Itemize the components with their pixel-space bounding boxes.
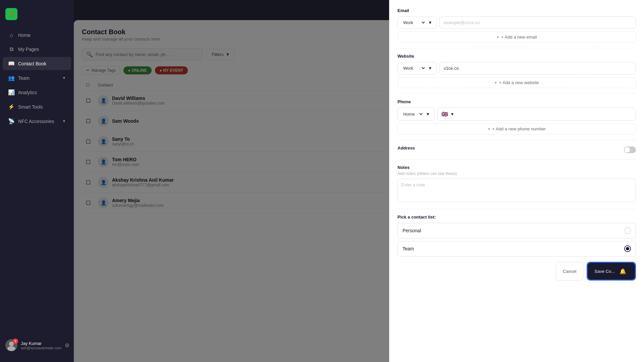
user-info: Jay Kumar ash@synxautomate.com [21, 341, 61, 350]
sidebar-item-analytics[interactable]: 📊 Analytics [3, 86, 71, 99]
website-input[interactable] [439, 62, 636, 74]
settings-icon[interactable]: ⚙ [65, 342, 69, 349]
notes-label: Notes [397, 165, 636, 170]
sidebar-item-team[interactable]: 👥 Team ▼ [3, 71, 71, 84]
add-phone-button[interactable]: + + Add a new phone number [397, 123, 636, 134]
divider [397, 48, 636, 48]
email-type-select[interactable]: Work Personal Home ▼ [397, 16, 437, 29]
chevron-icon: ▼ [428, 20, 432, 25]
contact-book-icon: 📖 [8, 60, 15, 67]
website-type-select[interactable]: Work Personal ▼ [397, 62, 437, 74]
address-section-label: Address [397, 145, 415, 150]
phone-type-dropdown[interactable]: Home Work Mobile [402, 111, 424, 117]
panel-footer: Cancel Save Co... 🔔 [397, 262, 636, 281]
phone-type-select[interactable]: Home Work Mobile ▼ [397, 108, 434, 121]
home-icon: ⌂ [8, 32, 15, 38]
user-name: Jay Kumar [21, 341, 61, 346]
sidebar-item-nfc-accessories[interactable]: 📡 NFC Accessories ▼ [3, 115, 71, 128]
add-email-button[interactable]: + + Add a new email [397, 32, 636, 43]
flag-icon: 🇬🇧 [441, 111, 448, 117]
email-field-row: Work Personal Home ▼ [397, 16, 636, 29]
notes-textarea[interactable] [397, 179, 636, 202]
app-logo: 🌿 [5, 8, 17, 20]
list-option-name: Team [402, 246, 414, 251]
contact-list-label: Pick a contact list: [397, 215, 636, 220]
flag-dropdown-arrow: ▼ [450, 112, 454, 117]
divider [397, 209, 636, 209]
plus-icon: + [496, 35, 499, 40]
contact-list-option-personal[interactable]: Personal [397, 223, 636, 238]
cancel-button[interactable]: Cancel [556, 262, 583, 281]
contact-list-option-team[interactable]: Team [397, 241, 636, 256]
plus-icon: + [494, 80, 497, 85]
sidebar-item-contact-book[interactable]: 📖 Contact Book [3, 57, 71, 70]
plus-icon: + [488, 126, 490, 131]
sidebar-item-smart-tools[interactable]: ⚡ Smart Tools [3, 100, 71, 113]
phone-field-row: Home Work Mobile ▼ 🇬🇧 ▼ [397, 108, 636, 121]
divider [397, 140, 636, 140]
notification-icon: 🔔 [618, 266, 628, 277]
radio-team[interactable] [624, 245, 631, 252]
smart-tools-icon: ⚡ [8, 104, 15, 110]
email-type-dropdown[interactable]: Work Personal Home [402, 20, 426, 25]
team-icon: 👥 [8, 75, 15, 81]
list-option-name: Personal [402, 228, 421, 233]
svg-point-1 [7, 346, 15, 351]
analytics-icon: 📊 [8, 89, 15, 96]
right-panel: Email Work Personal Home ▼ + + Add a new… [389, 0, 644, 362]
website-section-label: Website [397, 54, 636, 59]
website-type-dropdown[interactable]: Work Personal [402, 65, 426, 71]
save-contact-button[interactable]: Save Co... 🔔 [588, 263, 635, 280]
chevron-icon: ▼ [426, 112, 430, 117]
phone-section-label: Phone [397, 99, 636, 104]
address-toggle[interactable] [624, 146, 636, 153]
divider [397, 159, 636, 160]
notes-sublabel: Add notes (others can see these) [397, 171, 636, 176]
user-profile-section: 5 Jay Kumar ash@synxautomate.com ⚙ [0, 334, 74, 357]
notification-badge: 5 [13, 339, 18, 344]
sidebar-item-home[interactable]: ⌂ Home [3, 29, 71, 42]
pages-icon: ⧉ [8, 46, 15, 52]
address-row: Address [397, 145, 636, 154]
avatar-wrap: 5 [5, 339, 17, 351]
save-button-wrapper: Save Co... 🔔 [587, 262, 636, 281]
radio-personal[interactable] [624, 227, 631, 234]
main-content: Contact Book Keep and manage all your co… [74, 0, 644, 362]
nfc-icon: 📡 [8, 118, 15, 124]
sidebar: 🌿 ⌂ Home ⧉ My Pages 📖 Contact Book 👥 Tea… [0, 0, 74, 362]
user-email: ash@synxautomate.com [21, 346, 61, 350]
chevron-down-icon-nfc: ▼ [62, 119, 66, 123]
sidebar-item-my-pages[interactable]: ⧉ My Pages [3, 43, 71, 56]
chevron-down-icon: ▼ [62, 76, 66, 80]
phone-input-wrap[interactable]: 🇬🇧 ▼ [437, 108, 636, 121]
chevron-icon: ▼ [428, 66, 432, 71]
email-section-label: Email [397, 8, 636, 13]
add-website-button[interactable]: + + Add a new website [397, 77, 636, 88]
email-input[interactable] [439, 16, 636, 29]
divider [397, 94, 636, 94]
website-field-row: Work Personal ▼ [397, 62, 636, 74]
